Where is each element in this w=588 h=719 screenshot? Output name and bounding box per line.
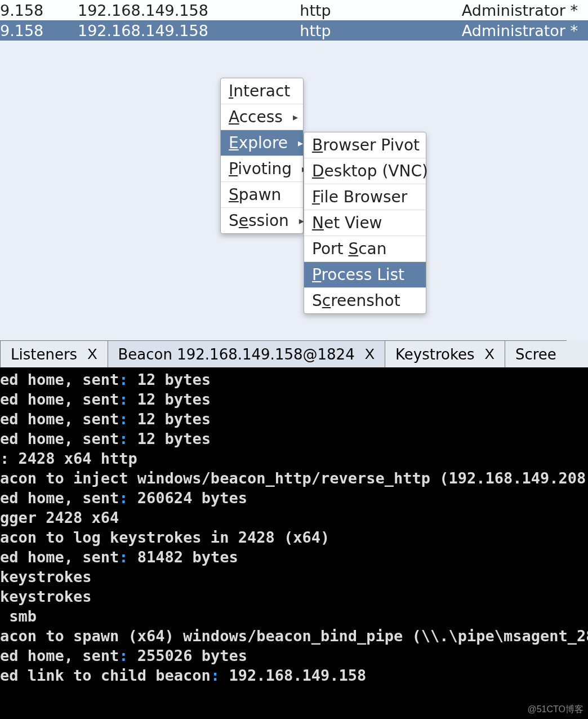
console-line: : 2428 x64 http xyxy=(0,449,588,468)
submenu-item-process-list[interactable]: Process List xyxy=(304,262,426,288)
session-user: Administrator * xyxy=(391,22,588,39)
menu-item-label: Pivoting xyxy=(229,159,292,178)
menu-item-spawn[interactable]: Spawn xyxy=(221,182,303,208)
session-user: Administrator * xyxy=(391,2,588,19)
menu-item-label: Spawn xyxy=(229,185,281,204)
menu-item-label: Access xyxy=(229,108,283,126)
submenu-item-file-browser[interactable]: File Browser xyxy=(304,184,426,210)
console-line: ed home, sent: 255026 bytes xyxy=(0,646,588,665)
submenu-item-net-view[interactable]: Net View xyxy=(304,210,426,236)
submenu-item-label: File Browser xyxy=(312,188,407,206)
submenu-item-screenshot[interactable]: Screenshot xyxy=(304,288,426,313)
upper-pane: InteractAccess▸Explore▸Pivoting▸SpawnSes… xyxy=(0,41,588,369)
submenu-item-browser-pivot[interactable]: Browser Pivot xyxy=(304,132,426,158)
menu-item-explore[interactable]: Explore▸ xyxy=(221,130,303,156)
tab-close-icon[interactable]: X xyxy=(87,345,97,363)
console-line: ed home, sent: 81482 bytes xyxy=(0,547,588,567)
console-line: ed home, sent: 12 bytes xyxy=(0,429,588,449)
console-line: acon to spawn (x64) windows/beacon_bind_… xyxy=(0,626,588,646)
session-ip-a: 9.158 xyxy=(0,22,78,39)
menu-item-label: Explore xyxy=(229,134,288,152)
menu-item-access[interactable]: Access▸ xyxy=(221,104,303,130)
submenu-arrow-icon: ▸ xyxy=(298,137,303,149)
context-menu[interactable]: InteractAccess▸Explore▸Pivoting▸SpawnSes… xyxy=(220,78,304,234)
console-line: ed home, sent: 12 bytes xyxy=(0,370,588,389)
menu-item-interact[interactable]: Interact xyxy=(221,78,303,104)
submenu-item-label: Port Scan xyxy=(312,239,387,258)
submenu-item-label: Browser Pivot xyxy=(312,136,420,154)
tab-beacon-192-168-149-158-1824[interactable]: Beacon 192.168.149.158@1824X xyxy=(108,340,386,367)
session-protocol: http xyxy=(240,2,391,19)
console-line: keystrokes xyxy=(0,567,588,587)
menu-item-pivoting[interactable]: Pivoting▸ xyxy=(221,156,303,182)
tab-listeners[interactable]: ListenersX xyxy=(0,340,108,367)
submenu-item-label: Process List xyxy=(312,265,404,284)
tab-close-icon[interactable]: X xyxy=(485,345,495,363)
tab-label: Keystrokes xyxy=(395,346,475,363)
menu-item-label: Interact xyxy=(229,82,290,100)
tab-keystrokes[interactable]: KeystrokesX xyxy=(385,340,505,367)
console-line: acon to log keystrokes in 2428 (x64) xyxy=(0,527,588,547)
submenu-item-label: Screenshot xyxy=(312,291,400,310)
watermark: @51CTO博客 xyxy=(527,704,583,716)
session-table: 9.158192.168.149.158httpAdministrator *9… xyxy=(0,0,588,41)
console-line: smb xyxy=(0,606,588,626)
console-line: ed home, sent: 12 bytes xyxy=(0,409,588,429)
submenu-item-label: Net View xyxy=(312,214,382,232)
submenu-item-port-scan[interactable]: Port Scan xyxy=(304,236,426,262)
session-ip-b: 192.168.149.158 xyxy=(78,2,240,19)
session-ip-a: 9.158 xyxy=(0,2,78,19)
session-protocol: http xyxy=(240,22,391,39)
submenu-item-label: Desktop (VNC) xyxy=(312,162,428,180)
console-line: acon to inject windows/beacon_http/rever… xyxy=(0,468,588,488)
console-line: ed home, sent: 12 bytes xyxy=(0,389,588,409)
console-line: gger 2428 x64 xyxy=(0,508,588,527)
console-line: ed home, sent: 260624 bytes xyxy=(0,488,588,508)
menu-item-session[interactable]: Session▸ xyxy=(221,208,303,233)
tab-label: Scree xyxy=(515,346,556,363)
tab-label: Beacon 192.168.149.158@1824 xyxy=(118,346,355,363)
tab-label: Listeners xyxy=(11,346,77,363)
menu-item-label: Session xyxy=(229,211,289,230)
tab-close-icon[interactable]: X xyxy=(365,345,375,363)
submenu-arrow-icon: ▸ xyxy=(293,111,298,123)
tab-bar: ListenersXBeacon 192.168.149.158@1824XKe… xyxy=(0,340,588,367)
session-row[interactable]: 9.158192.168.149.158httpAdministrator * xyxy=(0,0,588,20)
session-row[interactable]: 9.158192.168.149.158httpAdministrator * xyxy=(0,20,588,41)
submenu-item-desktop-vnc-[interactable]: Desktop (VNC) xyxy=(304,158,426,184)
console-line: keystrokes xyxy=(0,587,588,606)
context-submenu-explore[interactable]: Browser PivotDesktop (VNC)File BrowserNe… xyxy=(304,132,426,314)
console-line: ed link to child beacon: 192.168.149.158 xyxy=(0,665,588,685)
tab-scree[interactable]: Scree xyxy=(505,340,567,367)
session-ip-b: 192.168.149.158 xyxy=(78,22,240,39)
beacon-console[interactable]: ed home, sent: 12 bytesed home, sent: 12… xyxy=(0,367,588,719)
